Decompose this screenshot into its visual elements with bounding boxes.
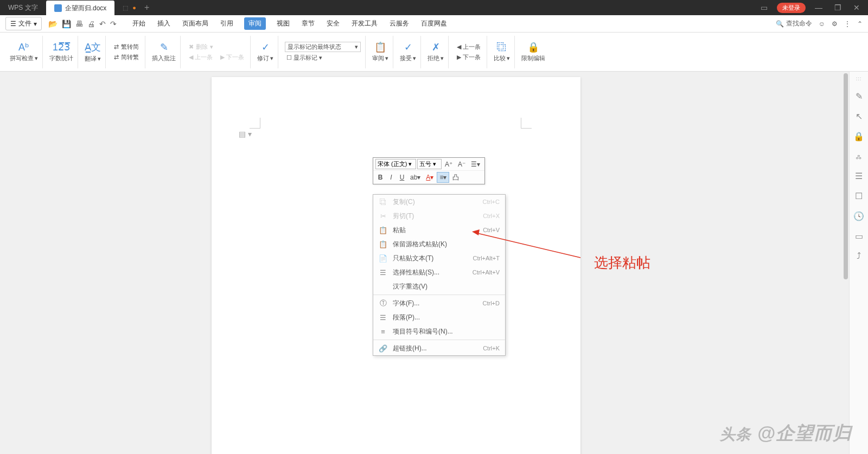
page-view-icon[interactable]: ▭ [855,231,863,241]
line-spacing-button[interactable]: ☰▾ [469,159,482,169]
right-sidebar: ::: ✎ ↖ 🔒 ஃ ☰ ☐ 🕓 ▭ ⤴ [849,72,868,454]
show-markup-button[interactable]: ☐显示标记▾ [285,53,361,62]
settings-icon[interactable]: ⚙ [832,20,838,28]
track-changes-button[interactable]: ✓修订 ▾ [253,36,278,68]
select-tool-icon[interactable]: ↖ [856,111,863,122]
align-button[interactable]: ≡▾ [437,172,449,183]
maximize-button[interactable]: ❐ [832,3,844,12]
display-mode-combo[interactable]: 显示标记的最终状态▾ [285,42,361,52]
reading-mode-icon[interactable]: ▭ [758,3,770,12]
undo-icon[interactable]: ↶ [99,20,106,28]
vertical-scrollbar[interactable] [843,73,849,451]
context-item-label: 保留源格式粘贴(K) [393,240,500,249]
menu-tab-4[interactable]: 审阅 [244,17,266,30]
menu-tab-2[interactable]: 页面布局 [181,17,209,30]
menu-tab-7[interactable]: 安全 [326,17,341,30]
restrict-editing-button[interactable]: 🔒限制编辑 [517,36,550,68]
prev-change-button[interactable]: ◀上一条 [455,42,482,52]
section-indicator-icon[interactable]: ▤ ▾ [239,130,252,138]
compare-button[interactable]: ⿻比较 ▾ [489,36,515,68]
menu-tab-9[interactable]: 云服务 [388,17,410,30]
app-tab[interactable]: WPS 文字 [0,0,46,15]
traditional-to-simplified-button[interactable]: ⇄简转繁 [112,53,141,62]
decrease-font-button[interactable]: A⁻ [456,159,468,169]
delete-comment-button[interactable]: ✖删除▾ [187,42,246,52]
menu-tabs: 开始插入页面布局引用审阅视图章节安全开发工具云服务百度网盘 [131,17,448,30]
rail-grip-icon[interactable]: ::: [856,76,862,81]
context-menu-item[interactable]: ☰段落(P)... [373,310,505,324]
open-icon[interactable]: 📂 [48,20,58,28]
context-menu-item[interactable]: 🔗超链接(H)...Ctrl+K [373,341,505,355]
context-menu-item[interactable]: 📄只粘贴文本(T)Ctrl+Alt+T [373,251,505,265]
outline-icon[interactable]: ☰ [855,171,863,181]
menu-tab-10[interactable]: 百度网盘 [420,17,448,30]
underline-button[interactable]: U [397,172,407,182]
translate-button[interactable]: A̲文翻译 ▾ [80,36,106,68]
context-item-icon: ≡ [379,328,387,336]
insert-comment-button[interactable]: ✎插入批注 [148,36,181,68]
share-icon[interactable]: ⤴ [857,251,861,261]
context-item-label: 复制(C) [393,197,477,207]
increase-font-button[interactable]: A⁺ [443,159,455,169]
menu-tab-8[interactable]: 开发工具 [350,17,379,30]
context-menu-item[interactable]: Ⓣ字体(F)...Ctrl+D [373,296,505,310]
more-icon[interactable]: ⋮ [844,20,851,28]
highlight-button[interactable]: ab▾ [408,172,423,182]
simplified-to-traditional-button[interactable]: ⇄繁转简 [112,42,141,52]
scrollbar-thumb[interactable] [844,73,848,279]
next-comment-button[interactable]: ▶下一条 [219,53,246,62]
collapse-ribbon-icon[interactable]: ⌃ [857,20,863,28]
bold-button[interactable]: B [375,172,385,182]
format-brush-button[interactable]: 凸 [450,172,461,183]
close-button[interactable]: ✕ [851,3,863,12]
context-item-shortcut: Ctrl+D [483,300,500,306]
italic-button[interactable]: I [386,172,396,182]
context-menu-item[interactable]: ☰选择性粘贴(S)...Ctrl+Alt+V [373,265,505,279]
spell-check-button[interactable]: Aᵇ拼写检查 ▾ [5,36,43,68]
context-menu-item[interactable]: 汉字重选(V) [373,279,505,293]
style-icon[interactable]: ஃ [856,151,861,161]
document-tab[interactable]: 企望而归.docx [46,1,115,16]
menu-tab-5[interactable]: 视图 [276,17,291,30]
menu-tab-3[interactable]: 引用 [219,17,234,30]
menu-tab-1[interactable]: 插入 [156,17,171,30]
file-menu[interactable]: ☰ 文件 ▾ [5,17,42,30]
tab-modified-icon[interactable]: ● [132,4,136,11]
annotation-text: 选择粘帖 [594,253,650,272]
feedback-icon[interactable]: ☺ [819,20,825,28]
save-icon[interactable]: 💾 [62,20,71,28]
context-menu-item[interactable]: 📋保留源格式粘贴(K) [373,237,505,251]
margin-corner-tr [521,118,532,129]
redo-icon[interactable]: ↷ [110,20,117,28]
property-icon[interactable]: ☐ [855,191,863,201]
font-family-select[interactable]: 宋体 (正文)▾ [375,159,416,169]
context-item-icon: ✂ [379,212,387,220]
font-size-select[interactable]: 五号▾ [417,159,442,169]
edit-tool-icon[interactable]: ✎ [856,91,863,101]
review-pane-button[interactable]: 📋审阅 ▾ [368,36,393,68]
tab-indicators: ⬚ ● [123,4,136,11]
reject-button[interactable]: ✗拒绝 ▾ [423,36,449,68]
tab-indicator-icon[interactable]: ⬚ [123,4,128,11]
new-tab-button[interactable]: + [144,3,149,12]
menu-tab-6[interactable]: 章节 [301,17,316,30]
context-item-label: 只粘贴文本(T) [393,254,467,263]
menu-tab-0[interactable]: 开始 [131,17,146,30]
context-menu-item[interactable]: ≡项目符号和编号(N)... [373,324,505,338]
font-color-button[interactable]: A▾ [424,172,436,182]
print-preview-icon[interactable]: 🖨 [87,20,95,28]
search-command[interactable]: 🔍 查找命令 [776,19,812,28]
print-icon[interactable]: 🖶 [75,20,83,28]
context-menu-item[interactable]: 📋粘贴Ctrl+V [373,223,505,237]
accept-button[interactable]: ✓接受 ▾ [395,36,421,68]
context-item-icon: ☰ [379,268,387,277]
hamburger-icon: ☰ [10,20,16,28]
word-count-button[interactable]: 12̅3̅字数统计 [45,36,78,68]
login-badge[interactable]: 未登录 [777,3,806,13]
lock-icon[interactable]: 🔒 [853,131,864,142]
next-change-button[interactable]: ▶下一条 [455,53,482,62]
minimize-button[interactable]: — [812,3,825,12]
history-icon[interactable]: 🕓 [853,211,864,221]
context-item-shortcut: Ctrl+X [483,213,500,219]
prev-comment-button[interactable]: ◀上一条 [187,53,214,62]
